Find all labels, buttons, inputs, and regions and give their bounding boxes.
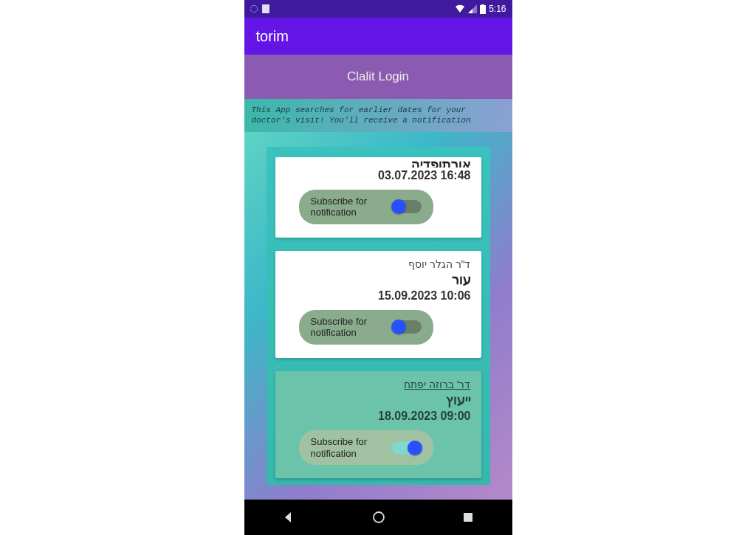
card-datetime: 15.09.2023 10:06 (286, 289, 471, 303)
card-datetime: 03.07.2023 16:48 (286, 169, 471, 182)
subscribe-pill[interactable]: Subscribe for notification (299, 430, 433, 465)
svg-point-2 (374, 512, 384, 522)
subscribe-toggle[interactable] (392, 320, 422, 334)
phone-frame: 5:16 torim Clalit Login This App searche… (244, 0, 512, 535)
login-button[interactable]: Clalit Login (244, 55, 512, 99)
status-left (250, 4, 269, 13)
subscribe-pill[interactable]: Subscribe for notification (299, 190, 433, 224)
card-doctor: דר' ברוזה יפתח (286, 379, 471, 390)
status-time: 5:16 (489, 4, 506, 14)
subscribe-label: Subscribe for notification (311, 436, 392, 459)
subscribe-label: Subscribe for notification (311, 196, 392, 218)
info-text: This App searches for earlier dates for … (252, 106, 471, 125)
nav-recent-icon[interactable] (462, 511, 474, 523)
subscribe-toggle[interactable] (392, 441, 422, 455)
status-circle-icon (250, 5, 258, 13)
toggle-thumb (391, 320, 406, 334)
status-card-icon (262, 4, 269, 13)
content-area: Clalit Login This App searches for earli… (244, 55, 512, 500)
svg-rect-1 (481, 4, 484, 6)
appointment-card-active: דר' ברוזה יפתח ייעוץ 18.09.2023 09:00 Su… (275, 371, 481, 478)
appointment-card: ד"ר הגלר יוסף עור 15.09.2023 10:06 Subsc… (275, 251, 481, 358)
toggle-thumb (408, 441, 422, 455)
nav-home-icon[interactable] (372, 511, 385, 524)
battery-icon (480, 4, 486, 14)
gradient-area: אורתופדיה 03.07.2023 16:48 Subscribe for… (244, 132, 512, 500)
info-strip: This App searches for earlier dates for … (244, 99, 512, 132)
card-datetime: 18.09.2023 09:00 (286, 410, 471, 423)
card-specialty: ייעוץ (286, 392, 471, 408)
toggle-thumb (391, 199, 406, 214)
subscribe-pill[interactable]: Subscribe for notification (299, 310, 433, 345)
subscribe-toggle[interactable] (392, 200, 422, 213)
app-title: torim (256, 28, 289, 45)
card-specialty: עור (286, 272, 471, 288)
subscribe-label: Subscribe for notification (311, 316, 392, 339)
nav-bar (244, 500, 512, 535)
card-specialty: אורתופדיה (286, 157, 471, 168)
status-right: 5:16 (455, 4, 506, 14)
cell-icon (468, 4, 477, 13)
login-label: Clalit Login (347, 69, 409, 84)
svg-rect-3 (464, 513, 472, 522)
wifi-icon (455, 4, 465, 13)
nav-back-icon[interactable] (282, 511, 295, 524)
svg-rect-0 (480, 5, 486, 14)
cards-panel[interactable]: אורתופדיה 03.07.2023 16:48 Subscribe for… (267, 147, 490, 485)
status-bar: 5:16 (244, 0, 512, 18)
card-doctor: ד"ר הגלר יוסף (286, 258, 471, 270)
appointment-card: אורתופדיה 03.07.2023 16:48 Subscribe for… (275, 157, 481, 238)
app-bar: torim (244, 18, 512, 55)
